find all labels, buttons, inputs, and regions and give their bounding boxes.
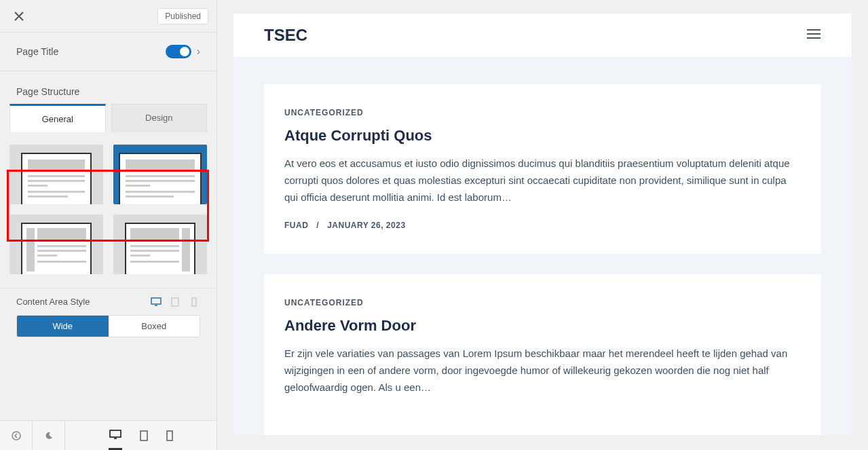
post-card: UNCATEGORIZED Andere Vorm Door Er zijn v… [264,274,821,434]
content-area-section: Content Area Style Wide Boxed [0,288,216,345]
sidebar-bottom-bar [0,420,216,450]
svg-rect-2 [192,298,196,306]
meta-separator: / [316,221,319,230]
structure-tabs: General Design [0,104,216,132]
preview-desktop-icon[interactable] [109,421,122,450]
responsive-device-icons [150,297,200,307]
svg-rect-5 [140,431,147,440]
desktop-icon[interactable] [150,297,162,307]
svg-rect-6 [167,431,172,440]
post-date[interactable]: JANUARY 26, 2023 [327,221,405,230]
page-title-label: Page Title [16,46,58,57]
preview-frame: TSEC UNCATEGORIZED Atque Corrupti Quos A… [233,14,852,435]
svg-rect-1 [172,298,178,306]
preview-tablet-icon[interactable] [138,430,149,442]
tab-general[interactable]: General [10,104,106,132]
close-button[interactable] [8,5,30,27]
post-excerpt: At vero eos et accusamus et iusto odio d… [284,155,801,206]
dark-mode-icon[interactable] [33,421,65,450]
site-title[interactable]: TSEC [264,26,307,45]
layout-option-full[interactable] [113,145,207,204]
layout-option-left-sidebar[interactable] [10,214,103,274]
content-style-buttons: Wide Boxed [16,315,200,337]
post-title[interactable]: Atque Corrupti Quos [284,127,801,145]
post-author[interactable]: FUAD [284,221,308,230]
settings-sidebar: Published Page Title › Page Structure Ge… [0,0,217,450]
post-meta: FUAD / JANUARY 26, 2023 [284,221,801,230]
published-badge: Published [157,8,208,24]
sidebar-top-bar: Published [0,0,216,33]
preview-content: UNCATEGORIZED Atque Corrupti Quos At ver… [233,57,852,435]
svg-point-3 [12,432,20,440]
svg-rect-0 [151,298,161,304]
layout-option-normal[interactable] [10,145,103,204]
preview-panel: TSEC UNCATEGORIZED Atque Corrupti Quos A… [217,0,868,450]
preview-mobile-icon[interactable] [166,430,174,442]
tablet-icon[interactable] [169,297,181,307]
page-title-section[interactable]: Page Title › [0,33,216,71]
layout-grid [0,132,216,281]
post-excerpt: Er zijn vele variaties van passages van … [284,345,801,396]
post-category[interactable]: UNCATEGORIZED [284,108,801,117]
hamburger-menu-icon[interactable] [806,29,821,42]
content-area-label: Content Area Style [16,297,90,307]
mobile-icon[interactable] [188,297,200,307]
layout-option-right-sidebar[interactable] [113,214,207,274]
post-card: UNCATEGORIZED Atque Corrupti Quos At ver… [264,84,821,254]
collapse-icon[interactable] [0,421,33,450]
tab-design[interactable]: Design [111,104,208,132]
site-header: TSEC [233,14,852,57]
page-structure-label: Page Structure [0,71,216,104]
page-title-toggle[interactable] [166,45,191,58]
wide-button[interactable]: Wide [17,316,109,337]
chevron-right-icon: › [197,45,200,58]
post-category[interactable]: UNCATEGORIZED [284,298,801,307]
svg-rect-4 [110,430,121,437]
boxed-button[interactable]: Boxed [109,316,200,337]
post-title[interactable]: Andere Vorm Door [284,317,801,335]
